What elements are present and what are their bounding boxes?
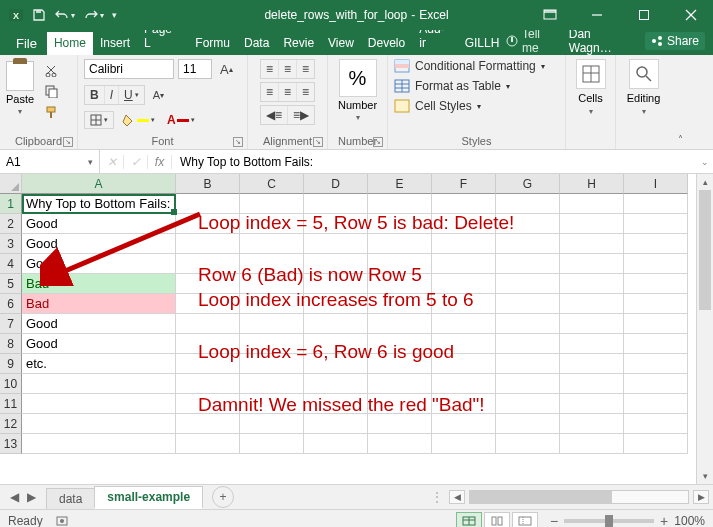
- cell[interactable]: [624, 214, 688, 234]
- table-row[interactable]: 7Good: [0, 314, 713, 334]
- cell[interactable]: [624, 334, 688, 354]
- cell[interactable]: [560, 254, 624, 274]
- cell[interactable]: [496, 414, 560, 434]
- cell[interactable]: [496, 354, 560, 374]
- cell[interactable]: [368, 374, 432, 394]
- cell[interactable]: [22, 374, 176, 394]
- new-sheet-button[interactable]: +: [212, 486, 234, 508]
- cell[interactable]: [304, 374, 368, 394]
- minimize-button[interactable]: [574, 0, 619, 30]
- user-name[interactable]: Dan Wagn…: [569, 27, 635, 55]
- tab-gillh[interactable]: GILLH: [458, 32, 507, 55]
- paste-button[interactable]: Paste ▾: [6, 59, 34, 116]
- ribbon-display-options-icon[interactable]: [527, 0, 572, 30]
- alignment-dialog-launcher[interactable]: ↘: [313, 137, 323, 147]
- vertical-scrollbar[interactable]: ▴ ▾: [696, 174, 713, 484]
- redo-icon[interactable]: ▾: [83, 8, 104, 22]
- cell[interactable]: [560, 214, 624, 234]
- page-break-view-icon[interactable]: [512, 512, 538, 527]
- col-header-d[interactable]: D: [304, 174, 368, 194]
- cell[interactable]: [624, 434, 688, 454]
- tab-data[interactable]: Data: [237, 32, 276, 55]
- row-header[interactable]: 13: [0, 434, 22, 454]
- cell[interactable]: [560, 274, 624, 294]
- format-painter-icon[interactable]: [40, 103, 62, 121]
- col-header-c[interactable]: C: [240, 174, 304, 194]
- conditional-formatting-button[interactable]: Conditional Formatting▾: [394, 59, 545, 73]
- cell[interactable]: [176, 314, 240, 334]
- cell[interactable]: [304, 434, 368, 454]
- zoom-out-button[interactable]: −: [550, 513, 558, 527]
- cell[interactable]: [624, 234, 688, 254]
- cell[interactable]: [624, 394, 688, 414]
- normal-view-icon[interactable]: [456, 512, 482, 527]
- cell[interactable]: [560, 194, 624, 214]
- cell[interactable]: [496, 434, 560, 454]
- tab-review[interactable]: Revie: [276, 32, 321, 55]
- close-button[interactable]: [668, 0, 713, 30]
- select-all-corner[interactable]: [0, 174, 22, 194]
- cell[interactable]: [624, 354, 688, 374]
- expand-formula-bar-icon[interactable]: ⌄: [697, 157, 713, 167]
- increase-indent-icon[interactable]: ≡▶: [288, 106, 314, 124]
- editing-icon[interactable]: [629, 59, 659, 89]
- cell[interactable]: [432, 434, 496, 454]
- row-header[interactable]: 3: [0, 234, 22, 254]
- cell[interactable]: etc.: [22, 354, 176, 374]
- share-button[interactable]: Share: [645, 32, 705, 50]
- cell[interactable]: Bad: [22, 274, 176, 294]
- cell[interactable]: [22, 414, 176, 434]
- row-header[interactable]: 8: [0, 334, 22, 354]
- cell[interactable]: [624, 254, 688, 274]
- row-header[interactable]: 12: [0, 414, 22, 434]
- cancel-formula-icon[interactable]: ✕: [100, 155, 124, 169]
- collapse-ribbon-icon[interactable]: ˄: [671, 55, 689, 149]
- align-bottom-icon[interactable]: ≡: [297, 60, 314, 78]
- name-box[interactable]: A1▾: [0, 150, 100, 173]
- cell[interactable]: [432, 254, 496, 274]
- cell[interactable]: [240, 314, 304, 334]
- cell[interactable]: [496, 294, 560, 314]
- cell[interactable]: Good: [22, 254, 176, 274]
- cell[interactable]: [624, 314, 688, 334]
- zoom-level[interactable]: 100%: [674, 514, 705, 527]
- cell[interactable]: [624, 294, 688, 314]
- cell[interactable]: [240, 374, 304, 394]
- table-row[interactable]: 10: [0, 374, 713, 394]
- cell[interactable]: Why Top to Bottom Fails:: [22, 194, 176, 214]
- number-percent-icon[interactable]: %: [339, 59, 377, 97]
- cell[interactable]: Good: [22, 214, 176, 234]
- horizontal-scrollbar[interactable]: [469, 490, 689, 504]
- enter-formula-icon[interactable]: ✓: [124, 155, 148, 169]
- cell[interactable]: Bad: [22, 294, 176, 314]
- copy-icon[interactable]: [40, 82, 62, 100]
- align-left-icon[interactable]: ≡: [261, 83, 279, 101]
- cell[interactable]: Good: [22, 234, 176, 254]
- cell[interactable]: [176, 374, 240, 394]
- italic-button[interactable]: I: [105, 86, 119, 104]
- cell[interactable]: [22, 434, 176, 454]
- col-header-g[interactable]: G: [496, 174, 560, 194]
- cell[interactable]: [560, 394, 624, 414]
- cell[interactable]: [432, 234, 496, 254]
- tab-insert[interactable]: Insert: [93, 32, 137, 55]
- font-size-combo[interactable]: [178, 59, 212, 79]
- bold-button[interactable]: B: [85, 86, 105, 104]
- cell[interactable]: Good: [22, 314, 176, 334]
- fill-color-button[interactable]: ▾: [118, 111, 159, 129]
- col-header-b[interactable]: B: [176, 174, 240, 194]
- row-header[interactable]: 7: [0, 314, 22, 334]
- number-dialog-launcher[interactable]: ↘: [373, 137, 383, 147]
- align-top-icon[interactable]: ≡: [261, 60, 279, 78]
- cell[interactable]: [432, 374, 496, 394]
- sheet-tab-small-example[interactable]: small-example: [94, 486, 203, 509]
- table-row[interactable]: 3Good: [0, 234, 713, 254]
- row-header[interactable]: 11: [0, 394, 22, 414]
- cell[interactable]: [496, 374, 560, 394]
- cell[interactable]: [368, 234, 432, 254]
- page-layout-view-icon[interactable]: [484, 512, 510, 527]
- align-middle-icon[interactable]: ≡: [279, 60, 297, 78]
- increase-font-icon[interactable]: A▴: [216, 60, 237, 79]
- row-header[interactable]: 9: [0, 354, 22, 374]
- cell[interactable]: [496, 314, 560, 334]
